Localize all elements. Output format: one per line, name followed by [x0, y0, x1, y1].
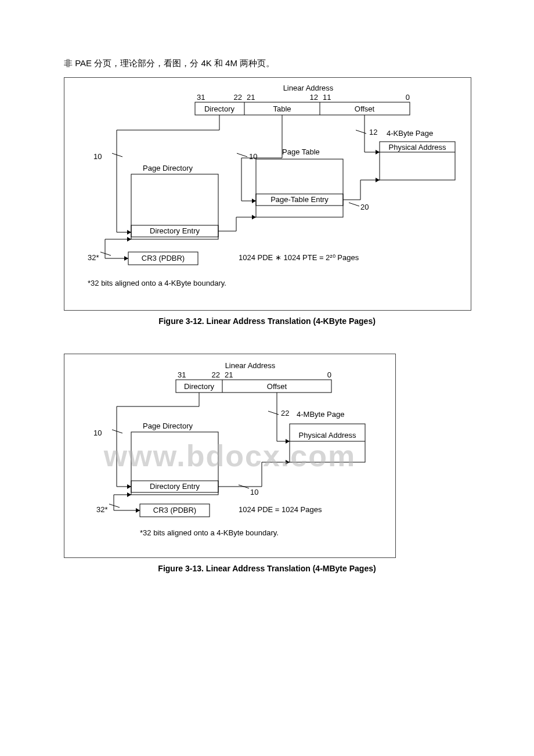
svg-marker-61 [286, 460, 290, 465]
tick-22: 22 [281, 409, 289, 417]
svg-line-35 [100, 252, 111, 255]
tick-32-2: 32* [96, 505, 108, 514]
fig2-footnote: *32 bits aligned onto a 4-KByte boundary… [140, 528, 279, 537]
bit-21-2: 21 [225, 370, 233, 379]
linear-address-label: Linear Address [283, 84, 334, 92]
directory-entry-label-2: Directory Entry [150, 482, 200, 491]
svg-line-18 [349, 203, 359, 206]
page-4k-label: 4-KByte Page [387, 129, 433, 138]
page-table-entry-label: Page-Table Entry [270, 195, 329, 204]
linear-address-label-2: Linear Address [225, 361, 276, 370]
svg-marker-56 [127, 484, 131, 489]
tick-12: 12 [369, 128, 377, 136]
svg-marker-21 [376, 178, 380, 182]
figure-2-svg: Linear Address 31 22 21 0 Directory Offs… [64, 354, 395, 557]
cr3-label-1: CR3 (PDBR) [142, 254, 185, 262]
bit-21: 21 [247, 93, 255, 102]
svg-line-63 [109, 504, 120, 507]
svg-line-12 [237, 153, 247, 157]
tick-10b-2: 10 [250, 488, 258, 496]
bit-11: 11 [323, 93, 331, 102]
figure-1-caption: Figure 3-12. Linear Address Translation … [64, 316, 470, 326]
page-directory-label-1: Page Directory [143, 164, 193, 172]
svg-rect-45 [290, 424, 365, 462]
tick-10a: 10 [93, 152, 102, 161]
tick-20: 20 [360, 203, 369, 211]
page-4m-label: 4-MByte Page [297, 410, 344, 419]
page: 非 PAE 分页，理论部分，看图，分 4K 和 4M 两种页。 Linear A… [0, 0, 534, 608]
figure-1-frame: Linear Address 31 22 21 12 11 0 Director… [64, 77, 471, 311]
page-table-label: Page Table [282, 147, 320, 156]
svg-marker-37 [124, 256, 128, 261]
intro-text: 非 PAE 分页，理论部分，看图，分 4K 和 4M 两种页。 [64, 58, 470, 69]
fig2-math: 1024 PDE = 1024 Pages [239, 505, 322, 514]
figure-1-svg: Linear Address 31 22 21 12 11 0 Director… [64, 78, 471, 310]
field-offset-2: Offset [267, 382, 287, 391]
bit-22: 22 [234, 93, 242, 102]
svg-rect-13 [256, 159, 343, 217]
svg-marker-8 [376, 150, 380, 154]
tick-32-1: 32* [88, 253, 99, 262]
fig1-math: 1024 PDE ∗ 1024 PTE = 2²⁰ Pages [239, 253, 359, 262]
field-directory: Directory [204, 105, 235, 113]
tick-10a-2: 10 [93, 429, 102, 437]
directory-entry-label-1: Directory Entry [150, 226, 200, 235]
svg-line-52 [112, 430, 122, 433]
bit-0-2: 0 [327, 370, 331, 379]
cr3-label-2: CR3 (PDBR) [153, 506, 196, 514]
page-directory-label-2: Page Directory [143, 422, 193, 430]
svg-marker-68 [127, 492, 131, 497]
bit-0: 0 [406, 93, 410, 102]
figure-2-caption: Figure 3-13. Linear Address Translation … [64, 564, 470, 573]
bit-31: 31 [197, 93, 205, 102]
field-offset: Offset [355, 105, 375, 113]
field-table: Table [273, 105, 291, 113]
svg-line-25 [112, 153, 122, 157]
svg-marker-29 [127, 230, 131, 235]
physical-address-2: Physical Address [299, 431, 356, 440]
svg-marker-33 [252, 215, 256, 219]
svg-marker-16 [252, 199, 256, 203]
figure-2-frame: www.bdocx.com Linear Address 31 22 21 0 … [64, 354, 396, 558]
bit-31-2: 31 [178, 370, 186, 379]
physical-address-1: Physical Address [389, 143, 446, 152]
svg-marker-48 [286, 439, 290, 444]
field-directory-2: Directory [184, 382, 215, 391]
bit-22-2: 22 [212, 370, 220, 379]
fig1-footnote: *32 bits aligned onto a 4-KByte boundary… [88, 279, 226, 287]
svg-marker-40 [127, 237, 131, 242]
bit-12: 12 [310, 93, 318, 102]
svg-marker-65 [136, 508, 140, 513]
